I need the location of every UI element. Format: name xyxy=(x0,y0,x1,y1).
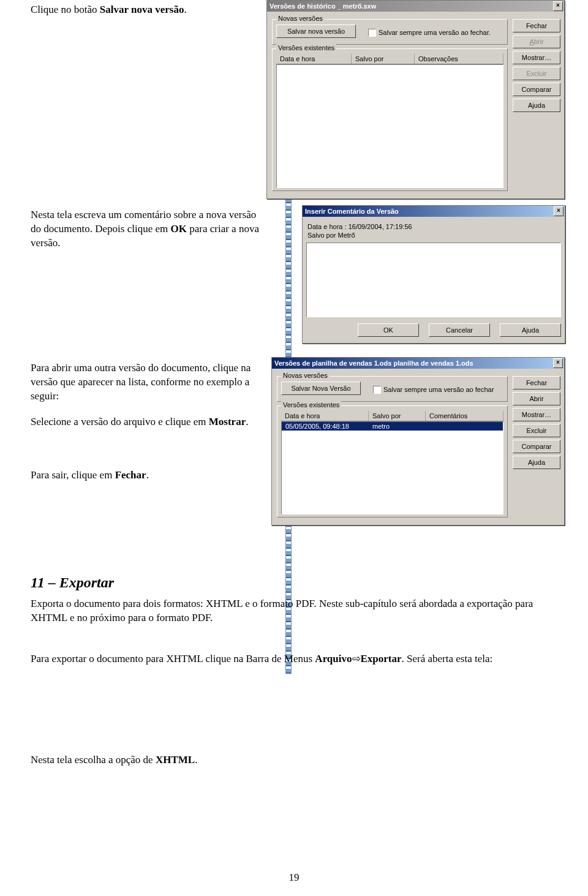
paragraph-8: Nesta tela escolha a opção de XHTML. xyxy=(31,753,539,767)
delete-button[interactable]: Excluir xyxy=(513,424,560,437)
open-button[interactable]: AAbrirbrir xyxy=(513,35,560,48)
close-button[interactable]: Fechar xyxy=(513,376,560,390)
paragraph-2: Nesta tela escreva um comentário sobre a… xyxy=(31,208,263,250)
paragraph-6: Exporta o documento para dois formatos: … xyxy=(31,597,539,625)
show-button[interactable]: Mostrar… xyxy=(513,408,560,421)
show-button[interactable]: Mostrar… xyxy=(513,51,560,64)
list-header: Data e hora Salvo por Comentários xyxy=(281,411,503,421)
list-header: Data e hora Salvo por Observações xyxy=(276,54,503,64)
close-button[interactable]: Fechar xyxy=(513,19,560,32)
paragraph-7: Para exportar o documento para XHTML cli… xyxy=(31,652,539,666)
save-new-version-button[interactable]: Salvar nova versão xyxy=(276,24,356,38)
heading-export: 11 – Exportar xyxy=(31,573,114,592)
titlebar[interactable]: Inserir Comentário da Versão × xyxy=(303,206,565,217)
savedby-label: Salvo por Metrő xyxy=(307,232,560,239)
group-existing-versions: Data e hora Salvo por Comentários 05/05/… xyxy=(277,405,508,518)
close-icon[interactable]: × xyxy=(553,1,563,11)
help-button[interactable]: Ajuda xyxy=(513,99,560,112)
window-title: Versões de histórico _ metrő.sxw xyxy=(270,2,376,10)
always-save-checkbox[interactable]: Salvar sempre uma versão ao fechar xyxy=(373,386,494,394)
always-save-checkbox[interactable]: Salvar sempre uma versão ao fechar. xyxy=(368,29,491,37)
cancel-button[interactable]: Cancelar xyxy=(429,323,490,337)
dialog-insert-comment: Inserir Comentário da Versão × Data e ho… xyxy=(302,205,565,344)
window-title: Inserir Comentário da Versão xyxy=(305,208,399,215)
versions-listbox[interactable] xyxy=(276,64,503,188)
open-button[interactable]: Abrir xyxy=(513,392,560,405)
arrow-icon: ⇨ xyxy=(352,653,361,664)
help-button[interactable]: Ajuda xyxy=(513,456,560,469)
compare-button[interactable]: Comparar xyxy=(513,83,560,96)
window-title: Versões de planilha de vendas 1.ods plan… xyxy=(274,360,473,367)
group-new-versions: Salvar Nova Versão Salvar sempre uma ver… xyxy=(277,376,508,402)
paragraph-3: Para abrir uma outra versão do documento… xyxy=(31,361,270,404)
help-button[interactable]: Ajuda xyxy=(500,323,561,337)
comment-textarea[interactable] xyxy=(306,243,561,317)
page-number: 19 xyxy=(289,872,300,884)
paragraph-1: Clique no botão Salvar nova versão. xyxy=(31,3,251,17)
checkbox-icon xyxy=(373,386,381,394)
versions-listbox[interactable]: 05/05/2005, 09:48:18 metro xyxy=(281,421,503,514)
group-new-versions: Salvar nova versão Salvar sempre uma ver… xyxy=(272,19,508,45)
ok-button[interactable]: OK xyxy=(358,323,419,337)
group-existing-versions: Data e hora Salvo por Observações xyxy=(272,48,508,191)
close-icon[interactable]: × xyxy=(554,206,564,216)
paragraph-5: Para sair, clique em Fechar. xyxy=(31,469,270,483)
titlebar[interactable]: Versões de planilha de vendas 1.ods plan… xyxy=(272,358,564,369)
close-icon[interactable]: × xyxy=(553,358,563,368)
list-row-selected[interactable]: 05/05/2005, 09:48:18 metro xyxy=(282,422,503,431)
delete-button[interactable]: Excluir xyxy=(513,67,560,80)
compare-button[interactable]: Comparar xyxy=(513,440,560,453)
dialog-versions-2: Versões de planilha de vendas 1.ods plan… xyxy=(271,357,565,525)
checkbox-icon xyxy=(368,29,376,37)
titlebar[interactable]: Versões de histórico _ metrő.sxw × xyxy=(267,1,564,12)
save-new-version-button[interactable]: Salvar Nova Versão xyxy=(281,382,361,395)
dialog-versions-1: Versões de histórico _ metrő.sxw × Salva… xyxy=(266,0,565,199)
paragraph-4: Selecione a versão do arquivo e clique e… xyxy=(31,415,270,429)
datetime-label: Data e hora : 16/09/2004, 17:19:56 xyxy=(307,223,560,230)
